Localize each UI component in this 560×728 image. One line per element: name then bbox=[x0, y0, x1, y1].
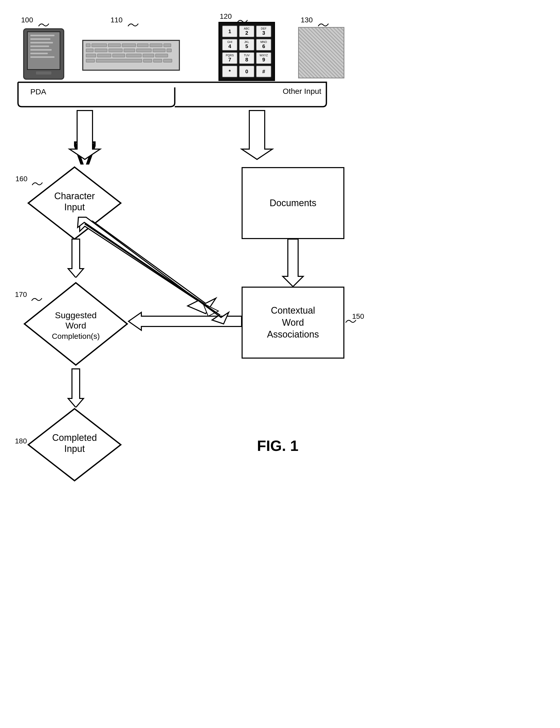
ref-150-squiggle bbox=[344, 317, 357, 325]
numpad-key-8: TUV8 bbox=[239, 52, 254, 64]
pda-face bbox=[36, 71, 51, 75]
svg-marker-22 bbox=[78, 217, 229, 324]
svg-marker-2 bbox=[69, 111, 100, 159]
brace-connector bbox=[15, 80, 329, 111]
numpad-key-0: 0 bbox=[239, 66, 254, 77]
ref-100-squiggle bbox=[37, 21, 50, 29]
svg-marker-3 bbox=[242, 111, 272, 159]
ref-110-label: 110 bbox=[111, 16, 123, 24]
main-diagonal-arrow bbox=[72, 216, 252, 332]
arrow-to-character-input bbox=[59, 108, 111, 165]
arrow-documents-to-cwa bbox=[280, 236, 306, 288]
arrow-swc-to-completed bbox=[66, 366, 86, 407]
svg-text:Completed: Completed bbox=[52, 432, 97, 443]
keyboard-device bbox=[82, 40, 180, 71]
pda-screen bbox=[27, 31, 60, 70]
numpad-key-7: PQRS7 bbox=[222, 52, 237, 64]
fig-1-label: FIG. 1 bbox=[257, 437, 298, 454]
numpad-key-star: * bbox=[222, 66, 237, 77]
numpad-key-3: DEF3 bbox=[256, 25, 271, 37]
ref-100-label: 100 bbox=[21, 16, 33, 24]
ref-130-label: 130 bbox=[301, 16, 313, 24]
ref-110-squiggle bbox=[127, 21, 140, 29]
svg-text:Character: Character bbox=[54, 191, 95, 201]
other-input-device bbox=[298, 27, 344, 78]
numpad-key-4: GHI4 bbox=[222, 39, 237, 51]
ref-120-label: 120 bbox=[220, 12, 232, 21]
pda-device bbox=[23, 28, 64, 80]
numpad-key-5: JKL5 bbox=[239, 39, 254, 51]
svg-text:Input: Input bbox=[64, 443, 85, 454]
svg-text:Completion(s): Completion(s) bbox=[52, 332, 100, 340]
svg-marker-7 bbox=[283, 239, 303, 287]
arrow-to-documents bbox=[231, 108, 283, 165]
numpad-key-2: ABC2 bbox=[239, 25, 254, 37]
svg-marker-17 bbox=[68, 369, 84, 407]
ref-180-label: 180 bbox=[15, 437, 27, 445]
numpad-device: 1 ABC2 DEF3 GHI4 JKL5 MNO6 PQRS7 TUV8 WX… bbox=[218, 22, 275, 81]
numpad-key-hash: # bbox=[256, 66, 271, 77]
completed-input-diamond: Completed Input bbox=[26, 406, 123, 483]
numpad-key-9: WXYZ9 bbox=[256, 52, 271, 64]
numpad-key-6: MNO6 bbox=[256, 39, 271, 51]
contextual-word-associations-box: Contextual Word Associations bbox=[242, 287, 344, 359]
documents-box: Documents bbox=[242, 167, 344, 239]
svg-text:Input: Input bbox=[64, 202, 85, 212]
numpad-key-1: 1 bbox=[222, 25, 237, 37]
